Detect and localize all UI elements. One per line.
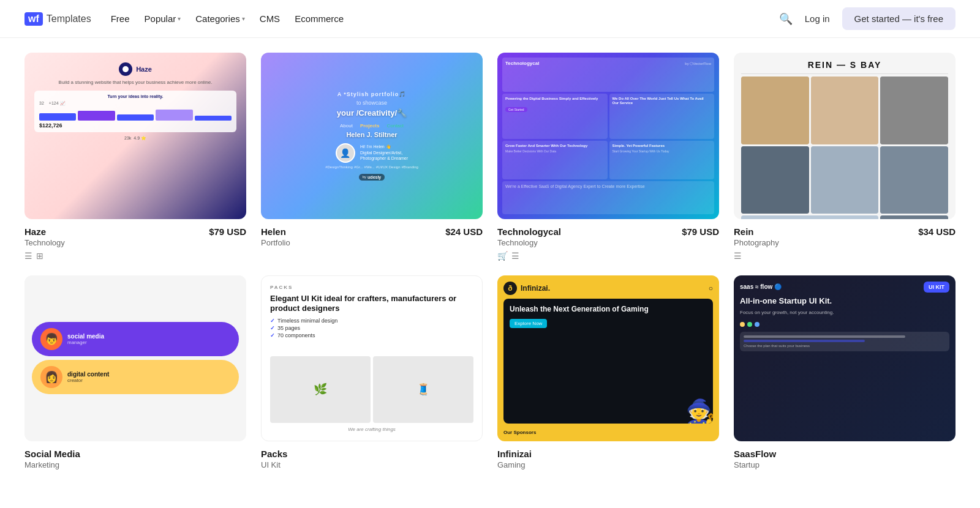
card-category-infinizai: Gaming <box>497 460 719 469</box>
nav-link-cms[interactable]: CMS <box>260 13 280 24</box>
card-technologycal: Technologycal by ⬡VectorFlow Powering th… <box>497 53 719 261</box>
card-icons-rein: ☰ <box>734 251 956 261</box>
login-button[interactable]: Log in <box>805 13 830 24</box>
card-thumb-social[interactable]: 👦 social media manager 👩 digital content… <box>24 275 246 442</box>
navbar: wf Templates Free Popular ▾ Categories ▾… <box>0 0 980 38</box>
helen-avatar: 👤 <box>336 143 355 163</box>
list-icon[interactable]: ☰ <box>24 251 32 261</box>
card-rein: REIN — S BAY I am Eloise Rein Rein $34 U… <box>734 53 956 261</box>
template-grid: Haze Build a stunning website that helps… <box>24 53 956 473</box>
nav-link-ecommerce[interactable]: Ecommerce <box>295 13 344 24</box>
card-name-saasflow: SaasFlow <box>734 449 776 459</box>
haze-mockup: Turn your ideas into reality. 32+124 📈 $… <box>34 91 236 132</box>
card-name-infinizai: Infinizai <box>497 449 532 459</box>
card-category-saasflow: Startup <box>734 460 956 469</box>
card-icons-haze: ☰ ⊞ <box>24 251 246 261</box>
card-price-technologycal: $79 USD <box>682 226 719 237</box>
card-packs: PACKS Elegant UI Kit ideal for crafters,… <box>261 275 483 474</box>
search-icon: 🔍 <box>779 13 793 25</box>
logo-text: Templates <box>47 13 91 24</box>
card-thumb-rein[interactable]: REIN — S BAY I am Eloise Rein <box>734 53 956 219</box>
nav-links: Free Popular ▾ Categories ▾ CMS Ecommerc… <box>111 13 344 24</box>
card-name-technologycal: Technologycal <box>497 226 561 237</box>
chevron-down-icon: ▾ <box>178 15 181 22</box>
list-icon[interactable]: ☰ <box>511 251 519 261</box>
card-category-helen: Portfolio <box>261 238 483 247</box>
card-category-social: Marketing <box>24 460 246 469</box>
card-category-rein: Photography <box>734 238 956 247</box>
card-info-saasflow: SaasFlow Startup <box>734 449 956 473</box>
card-name-social: Social Media <box>24 449 80 459</box>
card-haze: Haze Build a stunning website that helps… <box>24 53 246 261</box>
card-info-haze: Haze $79 USD Technology ☰ ⊞ <box>24 226 246 261</box>
card-name-helen: Helen <box>261 226 286 237</box>
card-info-helen: Helen $24 USD Portfolio <box>261 226 483 251</box>
card-price-haze: $79 USD <box>209 226 246 237</box>
card-thumb-infinizai[interactable]: ð Infinizai. ○ Unleash the Next Generati… <box>497 275 719 442</box>
card-name-rein: Rein <box>734 226 754 237</box>
card-info-technologycal: Technologycal $79 USD Technology 🛒 ☰ <box>497 226 719 261</box>
card-social: 👦 social media manager 👩 digital content… <box>24 275 246 474</box>
logo[interactable]: wf Templates <box>24 12 91 26</box>
card-info-packs: Packs UI Kit <box>261 449 483 473</box>
main-content: Haze Build a stunning website that helps… <box>0 38 980 498</box>
card-thumb-technologycal[interactable]: Technologycal by ⬡VectorFlow Powering th… <box>497 53 719 219</box>
card-icons-technologycal: 🛒 ☰ <box>497 251 719 261</box>
cart-icon[interactable]: 🛒 <box>497 251 508 261</box>
card-price-rein: $34 USD <box>918 226 956 237</box>
haze-logo-icon <box>119 62 132 76</box>
card-category-technologycal: Technology <box>497 238 719 247</box>
card-helen: A *Stylish portfolio🎵 to showcase your /… <box>261 53 483 261</box>
card-infinizai: ð Infinizai. ○ Unleash the Next Generati… <box>497 275 719 474</box>
card-info-infinizai: Infinizai Gaming <box>497 449 719 473</box>
grid-icon[interactable]: ⊞ <box>36 251 43 261</box>
card-thumb-saasflow[interactable]: saas ≈ flow 🔵 UI KIT All-in-one Startup … <box>734 275 956 442</box>
nav-link-popular[interactable]: Popular ▾ <box>145 13 181 24</box>
nav-link-free[interactable]: Free <box>111 13 130 24</box>
logo-wf: wf <box>24 12 43 26</box>
get-started-button[interactable]: Get started — it's free <box>842 7 956 30</box>
card-category-packs: UI Kit <box>261 460 483 469</box>
chevron-down-icon: ▾ <box>242 15 245 22</box>
list-icon[interactable]: ☰ <box>734 251 742 261</box>
card-info-rein: Rein $34 USD Photography ☰ <box>734 226 956 261</box>
nav-link-categories[interactable]: Categories ▾ <box>195 13 245 24</box>
card-saasflow: saas ≈ flow 🔵 UI KIT All-in-one Startup … <box>734 275 956 474</box>
nav-left: wf Templates Free Popular ▾ Categories ▾… <box>24 12 344 26</box>
card-category-haze: Technology <box>24 238 246 247</box>
search-button[interactable]: 🔍 <box>779 12 793 26</box>
card-thumb-haze[interactable]: Haze Build a stunning website that helps… <box>24 53 246 219</box>
card-info-social: Social Media Marketing <box>24 449 246 473</box>
card-thumb-helen[interactable]: A *Stylish portfolio🎵 to showcase your /… <box>261 53 483 219</box>
haze-brand: Haze <box>119 62 152 76</box>
card-price-helen: $24 USD <box>445 226 483 237</box>
card-thumb-packs[interactable]: PACKS Elegant UI Kit ideal for crafters,… <box>261 275 483 442</box>
nav-right: 🔍 Log in Get started — it's free <box>779 7 956 30</box>
card-name-haze: Haze <box>24 226 46 237</box>
card-name-packs: Packs <box>261 449 287 459</box>
